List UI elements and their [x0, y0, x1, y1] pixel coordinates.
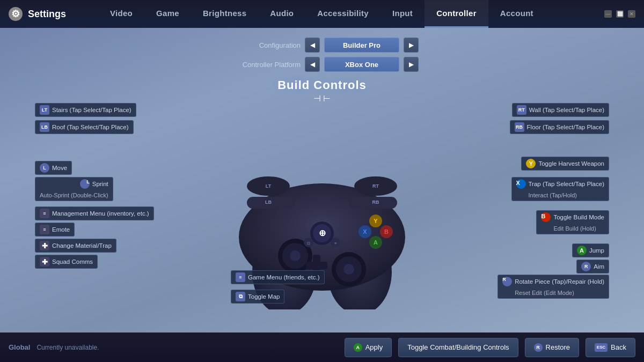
label-material: Change Material/Trap ✚ — [35, 239, 116, 253]
svg-text:LT: LT — [266, 183, 272, 189]
label-toggle-map: ⧉ Toggle Map — [231, 290, 284, 304]
app-logo: ⚙ Settings — [9, 7, 66, 21]
tab-input[interactable]: Input — [380, 0, 425, 28]
label-mgmt: Management Menu (inventory, etc.) ≡ — [35, 206, 154, 220]
svg-text:LB: LB — [265, 200, 272, 205]
svg-text:B: B — [384, 228, 389, 235]
tab-controller[interactable]: Controller — [425, 0, 488, 28]
label-build-sub: Edit Build (Hold) — [553, 225, 596, 232]
svg-text:X: X — [363, 228, 367, 235]
svg-text:A: A — [374, 239, 378, 246]
badge-menu: ≡ — [236, 272, 245, 282]
label-game-menu: ≡ Game Menu (friends, etc.) — [231, 270, 325, 284]
restore-button[interactable]: ⬜ — [616, 10, 624, 18]
badge-dpad-mgmt: ≡ — [40, 209, 49, 218]
label-roof: Roof (Tap Select/Tap Place) LB — [35, 120, 134, 134]
minimize-button[interactable]: — — [604, 10, 612, 18]
platform-next-button[interactable]: ▶ — [404, 57, 419, 72]
platform-row: Controller Platform ◀ XBox One ▶ — [225, 57, 419, 72]
label-emote: Emote ≡ — [35, 223, 75, 237]
badge-lt: LT — [40, 105, 49, 115]
platform-value: XBox One — [324, 57, 399, 72]
label-wall: RT Wall (Tap Select/Tap Place) — [512, 103, 609, 117]
label-sprint: Sprint L Auto-Sprint (Double-Click) — [35, 177, 113, 201]
badge-lb: LB — [40, 122, 49, 132]
label-sprint-sub: Auto-Sprint (Double-Click) — [40, 191, 108, 199]
config-next-button[interactable]: ▶ — [404, 38, 419, 53]
apply-label: Apply — [365, 343, 383, 351]
tab-video[interactable]: Video — [98, 0, 144, 28]
app-title: Settings — [28, 9, 66, 20]
badge-a: A — [577, 246, 587, 255]
label-squad: Squad Comms ✚ — [35, 255, 98, 269]
back-label: Back — [611, 343, 626, 351]
badge-dpad-squad: ✚ — [40, 257, 49, 267]
tab-account[interactable]: Account — [488, 0, 545, 28]
back-button[interactable]: ESC Back — [586, 338, 635, 357]
footer-status: Currently unavailable. — [36, 344, 338, 351]
label-rotate-sub: Reset Edit (Edit Mode) — [515, 289, 574, 297]
back-badge: ESC — [595, 343, 608, 352]
svg-point-9 — [290, 250, 301, 261]
controller-image: ⊕ ≡ ⊡ A B X Y LB RB LT — [220, 154, 424, 309]
svg-text:⊕: ⊕ — [319, 228, 326, 238]
label-aim: R Aim — [576, 260, 609, 274]
badge-ls-sprint: L — [80, 179, 90, 189]
platform-label: Controller Platform — [225, 61, 301, 69]
label-trap-sub: Interact (Tap/Hold) — [529, 191, 577, 199]
gear-icon: ⚙ — [9, 7, 23, 21]
badge-l-move: L — [40, 163, 49, 173]
svg-text:RB: RB — [372, 200, 379, 205]
badge-b: B — [541, 212, 551, 222]
footer: Global Currently unavailable. A Apply To… — [0, 333, 644, 362]
window-controls: — ⬜ ✕ — [604, 10, 635, 18]
svg-text:Y: Y — [374, 218, 378, 224]
badge-x: X — [516, 179, 526, 189]
restore-button[interactable]: R Restore — [525, 338, 580, 357]
badge-dpad-material: ✚ — [40, 241, 49, 250]
toggle-combat-label: Toggle Combat/Building Controls — [407, 343, 509, 351]
close-button[interactable]: ✕ — [628, 10, 635, 18]
svg-text:⊡: ⊡ — [307, 241, 310, 245]
configuration-row: Configuration ◀ Builder Pro ▶ — [225, 38, 419, 53]
svg-rect-14 — [306, 262, 327, 269]
label-stairs: Stairs (Tap Select/Tap Place) LT — [35, 103, 136, 117]
label-trap: X Trap (Tap Select/Tap Place) Interact (… — [511, 177, 609, 201]
restore-label: Restore — [546, 343, 570, 351]
apply-badge: A — [354, 343, 362, 352]
config-area: Configuration ◀ Builder Pro ▶ Controller… — [0, 28, 644, 72]
build-icon: ⊣ ⊢ — [0, 93, 644, 104]
badge-r-rotate: R — [502, 277, 512, 286]
badge-rb: RB — [515, 122, 524, 132]
badge-dpad-emote: ≡ — [40, 225, 49, 234]
toggle-combat-button[interactable]: Toggle Combat/Building Controls — [398, 338, 518, 357]
label-toggle-build: B Toggle Build Mode Edit Build (Hold) — [536, 210, 609, 234]
configuration-label: Configuration — [225, 41, 301, 49]
header: ⚙ Settings Video Game Brightness Audio A… — [0, 0, 644, 28]
label-move: Move L — [35, 161, 72, 175]
tab-brightness[interactable]: Brightness — [191, 0, 258, 28]
build-controls-title: Build Controls — [0, 78, 644, 92]
nav-tabs: Video Game Brightness Audio Accessibilit… — [98, 0, 604, 28]
label-rotate: R Rotate Piece (Tap)/Repair (Hold) Reset… — [497, 275, 609, 299]
svg-point-12 — [343, 264, 354, 275]
label-floor: RB Floor (Tap Select/Tap Place) — [510, 120, 609, 134]
tab-audio[interactable]: Audio — [258, 0, 305, 28]
badge-y: Y — [526, 159, 536, 168]
platform-prev-button[interactable]: ◀ — [305, 57, 320, 72]
svg-text:≡: ≡ — [334, 241, 336, 245]
config-value: Builder Pro — [324, 38, 399, 53]
config-prev-button[interactable]: ◀ — [305, 38, 320, 53]
label-toggle-harvest: Y Toggle Harvest Weapon — [521, 157, 609, 171]
restore-badge: R — [534, 343, 543, 352]
main-content: Configuration ◀ Builder Pro ▶ Controller… — [0, 28, 644, 333]
svg-text:RT: RT — [372, 183, 379, 189]
badge-rt: RT — [517, 105, 526, 115]
badge-view: ⧉ — [236, 292, 245, 301]
tab-game[interactable]: Game — [144, 0, 191, 28]
controller-area: ⊕ ≡ ⊡ A B X Y LB RB LT — [0, 103, 644, 328]
footer-global-label: Global — [9, 343, 30, 351]
apply-button[interactable]: A Apply — [345, 338, 392, 357]
label-jump: A Jump — [572, 243, 609, 257]
tab-accessibility[interactable]: Accessibility — [305, 0, 380, 28]
